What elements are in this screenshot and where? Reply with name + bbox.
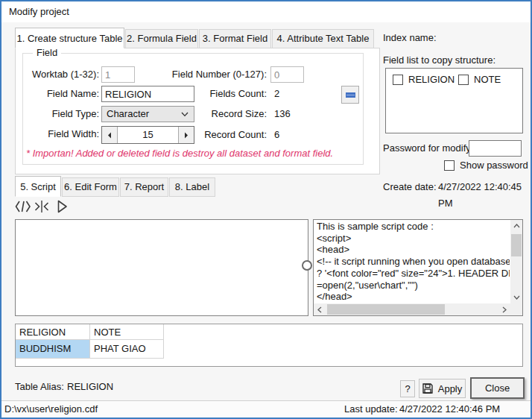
- tab-report[interactable]: 7. Report: [120, 177, 168, 197]
- index-name-label: Index name:: [383, 30, 437, 46]
- record-count-value: 6: [274, 127, 279, 143]
- field-groupbox: Field Worktab (1-32): Field Number (0-12…: [22, 53, 364, 165]
- field-width-stepper: 15: [101, 126, 194, 144]
- destructive-change-warning: * Importan! Added or deleted field is de…: [26, 148, 333, 159]
- grid-cell-note[interactable]: PHAT GIAO: [90, 340, 164, 359]
- splitter-grip[interactable]: [302, 260, 312, 271]
- table-row[interactable]: BUDDHISM PHAT GIAO: [16, 340, 522, 359]
- sample-line: </head>: [317, 291, 510, 303]
- run-icon[interactable]: [57, 200, 75, 215]
- record-size-label: Record Size:: [192, 106, 267, 122]
- scroll-right-icon[interactable]: [498, 303, 510, 315]
- field-width-label: Field Width:: [25, 126, 99, 142]
- field-list-label: Field list to copy structure:: [383, 52, 495, 69]
- field-name-label: Field Name:: [25, 86, 99, 102]
- field-number-label: Field Number (0-127):: [136, 66, 267, 83]
- grid-column-header[interactable]: RELIGION: [16, 324, 90, 340]
- scroll-up-icon[interactable]: [510, 220, 522, 232]
- stepper-decrease-button[interactable]: [102, 127, 118, 143]
- arrow-left-icon: [107, 132, 112, 139]
- fields-count-value: 2: [274, 86, 279, 102]
- arrow-right-icon: [184, 132, 189, 139]
- field-list-item-note[interactable]: NOTE: [458, 74, 501, 85]
- vertical-scrollbar-thumb[interactable]: [511, 234, 522, 256]
- field-type-select[interactable]: Character: [101, 106, 194, 122]
- field-number-input: [270, 66, 304, 83]
- scrollbar-corner: [510, 303, 522, 315]
- checkbox-icon[interactable]: [393, 75, 403, 85]
- code-icon[interactable]: [15, 200, 33, 215]
- save-icon: [422, 383, 433, 394]
- file-path: D:\vx\user\religion.cdf: [4, 401, 98, 417]
- vertical-scrollbar[interactable]: [510, 220, 522, 303]
- tab-script[interactable]: 5. Script: [15, 176, 61, 197]
- password-input[interactable]: [469, 140, 522, 157]
- field-type-label: Field Type:: [25, 106, 99, 122]
- sample-line: =open(2,"user\chart",""): [317, 280, 510, 292]
- field-list-item-label: NOTE: [474, 74, 501, 85]
- field-name-input[interactable]: [101, 86, 194, 102]
- help-button[interactable]: ?: [400, 380, 415, 397]
- grid-header-row: RELIGION NOTE: [16, 324, 522, 340]
- create-date-label: Create date:: [383, 179, 437, 195]
- sample-line: <head>: [317, 244, 510, 256]
- tab-formula-field[interactable]: 2. Formula Field: [125, 29, 198, 48]
- table-alias-label: Table Alias:: [15, 379, 64, 395]
- data-grid: RELIGION NOTE BUDDHISM PHAT GIAO: [15, 324, 523, 367]
- checkbox-icon[interactable]: [458, 75, 469, 85]
- status-bar: D:\vx\user\religion.cdf Last update: 4/2…: [1, 400, 531, 418]
- worktab-input: [101, 66, 135, 83]
- fields-count-label: Fields Count:: [192, 86, 267, 102]
- password-label: Password for modify:: [383, 140, 473, 157]
- checkbox-icon[interactable]: [444, 160, 455, 171]
- grid-column-header[interactable]: NOTE: [90, 324, 164, 340]
- scroll-down-icon[interactable]: [510, 292, 522, 303]
- chevron-down-icon: [181, 112, 189, 117]
- close-button[interactable]: Close: [470, 377, 525, 399]
- record-count-label: Record Count:: [192, 127, 267, 143]
- create-date-value: 4/27/2022 12:40:45 PM: [438, 179, 531, 195]
- tab-edit-form[interactable]: 6. Edit Form: [62, 177, 119, 197]
- record-size-value: 136: [274, 106, 291, 122]
- field-list-item-label: RELIGION: [408, 74, 455, 85]
- field-list-item-religion[interactable]: RELIGION: [393, 74, 455, 85]
- title-bar: Modify project: [1, 1, 531, 22]
- grid-header-filler: [164, 324, 522, 340]
- remove-field-button[interactable]: [341, 86, 359, 104]
- window-title: Modify project: [9, 6, 69, 17]
- sample-line: <!-- it script running when you open dat…: [317, 256, 510, 268]
- worktab-label: Worktab (1-32):: [25, 66, 99, 83]
- sample-line: <script>: [317, 233, 510, 245]
- stepper-increase-button[interactable]: [178, 127, 194, 143]
- sample-line: ? '<font color="red" size="24">1. HEADER…: [317, 268, 510, 280]
- last-update-value: 4/27/2022 12:40:46 PM: [399, 401, 500, 417]
- script-editor[interactable]: [15, 219, 308, 316]
- horizontal-scrollbar[interactable]: [314, 303, 510, 315]
- sample-line: This is sample script code :: [317, 221, 510, 233]
- collapse-icon[interactable]: [34, 200, 52, 215]
- field-width-value: 15: [118, 127, 178, 143]
- sample-script-text: This is sample script code : <script> <h…: [317, 221, 510, 303]
- horizontal-scrollbar-thumb[interactable]: [327, 304, 445, 315]
- tab-create-structure-table[interactable]: 1. Create structure Table: [15, 28, 124, 48]
- show-password-checkbox[interactable]: Show password: [444, 160, 528, 171]
- create-structure-panel: Field Worktab (1-32): Field Number (0-12…: [15, 48, 380, 174]
- tab-label[interactable]: 8. Label: [169, 177, 215, 197]
- field-list-box: RELIGION NOTE: [385, 68, 523, 133]
- apply-button[interactable]: Apply: [419, 379, 466, 398]
- field-type-value: Character: [107, 108, 149, 119]
- modify-project-dialog: Modify project 1. Create structure Table…: [0, 0, 532, 419]
- last-update-label: Last update:: [344, 401, 398, 417]
- grid-cell-religion[interactable]: BUDDHISM: [16, 340, 90, 359]
- tab-attribute-text-table[interactable]: 4. Attribute Text Table: [272, 29, 374, 48]
- field-groupbox-legend: Field: [33, 47, 61, 58]
- apply-button-label: Apply: [438, 383, 463, 394]
- scroll-left-icon[interactable]: [314, 303, 326, 315]
- minus-icon: [346, 92, 355, 98]
- grid-row-filler: [164, 340, 522, 359]
- table-alias-value: RELIGION: [67, 379, 113, 395]
- sample-script-box[interactable]: This is sample script code : <script> <h…: [313, 219, 523, 316]
- tab-format-field[interactable]: 3. Format Field: [199, 29, 271, 48]
- show-password-label: Show password: [460, 160, 528, 171]
